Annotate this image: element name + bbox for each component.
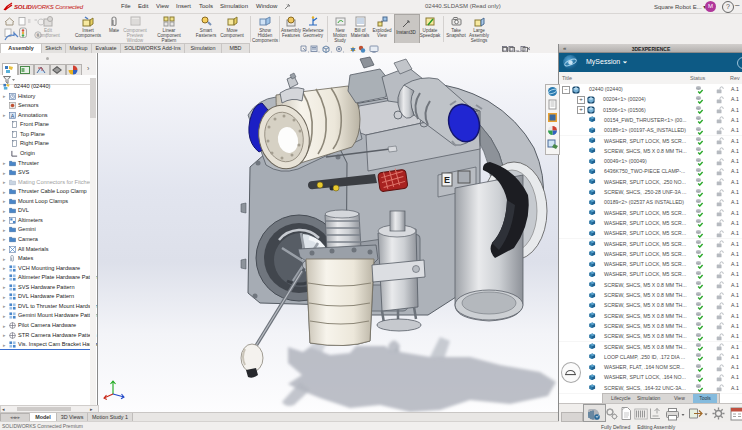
svg-text:A: A <box>11 112 15 118</box>
svg-text:E: E <box>444 175 450 185</box>
